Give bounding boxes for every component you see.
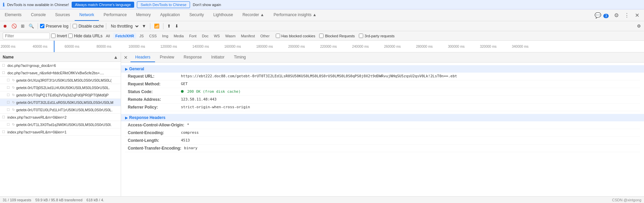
sub-item-icon: ↻ [12, 78, 15, 82]
import-har-button[interactable]: ⬆ [165, 23, 173, 30]
tab-sources[interactable]: Sources [50, 9, 75, 21]
tab-performance-insights[interactable]: Performance insights ▲ [269, 9, 321, 21]
detail-close-button[interactable]: ✕ [121, 52, 130, 62]
filter-ws-btn[interactable]: WS [212, 33, 222, 39]
left-panel-header: Name ▲ [0, 52, 121, 62]
throttle-select[interactable]: No throttlingFast 3GSlow 3GOffline [108, 23, 140, 30]
tab-security[interactable]: Security [185, 9, 209, 21]
filter-css-btn[interactable]: CSS [147, 33, 159, 39]
settings-button[interactable]: ⚙ [612, 11, 621, 20]
tab-elements[interactable]: Elements [0, 9, 26, 21]
referrer-policy-row: Referrer Policy: strict-origin-when-cros… [125, 104, 640, 111]
filter-media-btn[interactable]: Media [172, 33, 186, 39]
has-blocked-cookies-checkbox[interactable] [276, 34, 280, 38]
detail-tab-headers[interactable]: Headers [130, 52, 155, 62]
export-har-button[interactable]: ⬇ [173, 23, 180, 30]
more-button[interactable]: ⋮ [622, 11, 632, 20]
request-method-value: GET [181, 82, 637, 86]
general-section-header[interactable]: ▶ General [121, 65, 644, 73]
status-dot-icon [181, 90, 184, 93]
third-party-group: 3rd-party requests [359, 34, 394, 38]
timeline-labels: 20000 ms40000 ms60000 ms80000 ms100000 m… [0, 41, 644, 52]
filter-doc-btn[interactable]: Doc [200, 33, 211, 39]
blocked-requests-checkbox[interactable] [319, 34, 324, 38]
list-item[interactable]: ☐ doc.php?act=group_doc&n=6 [0, 62, 121, 69]
timeline-marker: 80000 ms [97, 45, 128, 48]
tab-recorder[interactable]: Recorder ▲ [238, 9, 269, 21]
tab-performance[interactable]: Performance [99, 9, 131, 21]
remote-address-key: Remote Address: [128, 97, 178, 102]
list-item[interactable]: ☐ doc.php?act=save_rl&srlid=fddcERktOflK… [0, 69, 121, 77]
request-list[interactable]: ☐ doc.php?act=group_doc&n=6 ☐ doc.php?ac… [0, 62, 121, 203]
response-header-row: Content-Encoding: compress [125, 129, 640, 137]
tab-network[interactable]: Network [75, 9, 99, 21]
status-code-row: Status Code: 200 OK (from disk cache) [125, 88, 640, 96]
timeline-marker: 120000 ms [160, 45, 192, 48]
filter-manifest-btn[interactable]: Manifest [239, 33, 257, 39]
response-header-value: * [187, 123, 637, 127]
chat-button[interactable]: 💬 3 [593, 11, 611, 20]
sort-button[interactable]: ▲ [113, 54, 118, 60]
third-party-text: 3rd-party requests [365, 34, 394, 38]
tab-lighthouse[interactable]: Lighthouse [209, 9, 238, 21]
filter-other-btn[interactable]: Other [258, 33, 272, 39]
timeline-marker: 220000 ms [320, 45, 352, 48]
list-item[interactable]: ☐ ↻ getebt-0rUT0j0S2Lkd1LHU0iU50KUS0LMS0… [0, 84, 121, 91]
preserve-log-label[interactable]: Preserve log [40, 24, 68, 29]
hide-data-urls-label[interactable]: Hide data URLs [68, 34, 103, 38]
preserve-log-checkbox[interactable] [40, 24, 44, 28]
list-item[interactable]: ☐ index.php?act=saveRL&m=0&len=2 [0, 114, 121, 121]
list-item-checkbox-icon: ☐ [7, 78, 11, 82]
tab-application[interactable]: Application [155, 9, 185, 21]
timeline-cursor [54, 41, 54, 52]
filter-toggle-button[interactable]: ⊞ [19, 23, 26, 30]
record-button[interactable]: ⏺ [1, 23, 9, 30]
wifi-button[interactable]: 📶 [152, 23, 161, 30]
dont-show-again-button[interactable]: Don't show again [193, 3, 221, 7]
search-button[interactable]: 🔍 [27, 23, 36, 30]
switch-chinese-button[interactable]: Switch DevTools to Chinese [137, 1, 190, 8]
list-item[interactable]: ☐ index.php?act=saveRL&m=0&len=1 [0, 128, 121, 136]
detail-tab-response[interactable]: Response [179, 52, 206, 62]
filter-img-btn[interactable]: Img [160, 33, 170, 39]
filter-js-btn[interactable]: JS [138, 33, 146, 39]
filter-all-btn[interactable]: All [104, 33, 112, 39]
list-item[interactable]: ☐ ↻ getebt-0rUXzq3R0T3!1rU50KUS0LMS0L0S0… [0, 77, 121, 84]
status-bar: 31 / 109 requests 59.9 kB / 95.8 kB tran… [0, 196, 644, 203]
request-method-row: Request Method: GET [125, 80, 640, 88]
detail-tab-initiator[interactable]: Initiator [206, 52, 229, 62]
list-item[interactable]: ☐ ↻ getebt-0rUT0TEU0LPd1LHT1rU50KUS0LMS0… [0, 106, 121, 114]
filter-input[interactable] [3, 33, 50, 39]
tab-console[interactable]: Console [26, 9, 50, 21]
list-item[interactable]: ☐ ↻ getebt-0rUT1L3X0Tsd1q3W0KU50KUS0LMS0… [0, 121, 121, 128]
hide-data-urls-checkbox[interactable] [68, 34, 73, 38]
throttle-arrow[interactable]: ▼ [140, 23, 148, 30]
third-party-checkbox[interactable] [359, 34, 363, 38]
clear-button[interactable]: 🚫 [10, 23, 18, 30]
response-headers-section-header[interactable]: ▶ Response Headers [121, 114, 644, 121]
list-item-checkbox-icon: ☐ [7, 108, 11, 112]
timeline-marker: 60000 ms [65, 45, 97, 48]
detail-tab-timing[interactable]: Timing [229, 52, 251, 62]
list-item-name: getebt-0rUT0TEU0LPd1LHT1rU50KUS0LMS0L0S0… [16, 108, 119, 112]
filter-font-btn[interactable]: Font [187, 33, 198, 39]
list-item[interactable]: ☐ ↻ getebt-0rUT0qPQ1TEd0q3V0q3d2qPd0jPR0… [0, 91, 121, 99]
invert-label[interactable]: Invert [51, 34, 67, 38]
timeline-marker: 280000 ms [416, 45, 448, 48]
network-toolbar: ⏺ 🚫 ⊞ 🔍 Preserve log Disable cache No th… [0, 21, 644, 31]
network-settings-button[interactable]: ⚙ [635, 23, 643, 30]
info-bar: ℹ DevTools is now available in Chinese! … [0, 0, 644, 9]
list-item[interactable]: ☐ ↻ getebt-0rUT0T3I2LEd1LsR0SU50KUS0LMS0… [0, 99, 121, 106]
response-header-key: Access-Control-Allow-Origin: [128, 123, 184, 127]
transferred-size: 59.9 kB / 95.8 kB transferred [35, 198, 82, 202]
detail-tab-preview[interactable]: Preview [155, 52, 179, 62]
undock-button[interactable]: ✕ [633, 11, 641, 20]
filter-fetchxhr-btn[interactable]: Fetch/XHR [113, 33, 136, 39]
disable-cache-label[interactable]: Disable cache [73, 24, 104, 29]
invert-checkbox[interactable] [51, 34, 55, 38]
disable-cache-checkbox[interactable] [73, 24, 77, 28]
match-language-button[interactable]: Always match Chrome's language [72, 2, 134, 8]
has-blocked-cookies-group: Has blocked cookies [276, 34, 315, 38]
filter-wasm-btn[interactable]: Wasm [223, 33, 238, 39]
tab-memory[interactable]: Memory [131, 9, 155, 21]
